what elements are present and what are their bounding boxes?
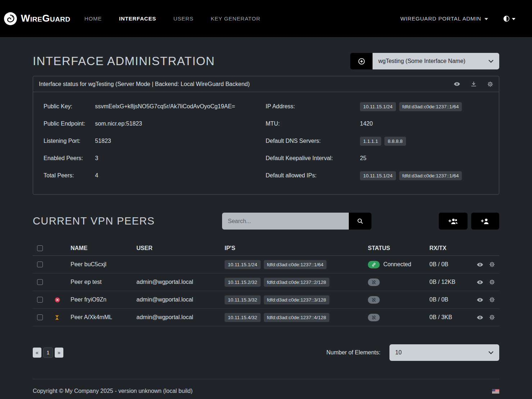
header-rxtx: RX/TX xyxy=(429,245,470,251)
download-config-icon[interactable] xyxy=(471,81,477,87)
status-column-right: IP Address:10.11.15.1/24fdfd:d3ad:c0de:1… xyxy=(266,98,493,184)
peer-status: Connected xyxy=(368,261,429,268)
field-label: Public Endpoint: xyxy=(38,121,95,127)
nav-item-interfaces[interactable]: INTERFACES xyxy=(119,15,156,22)
peer-user: admin@wgportal.local xyxy=(136,279,225,285)
status-field: Public Endpoint:som.nicr.ep:51823 xyxy=(38,115,266,132)
field-value: 10.11.15.1/24fdfd:d3ad:c0de:1237::1/64 xyxy=(360,171,465,180)
field-label: Default Keepalive Interval: xyxy=(266,155,360,162)
view-config-eye-icon[interactable] xyxy=(454,82,460,86)
link-slash-icon xyxy=(368,314,380,321)
ip-badge: 8.8.8.8 xyxy=(384,137,406,146)
users-plus-icon xyxy=(448,218,458,225)
table-header-row: NAME USER IP'S STATUS RX/TX xyxy=(33,241,499,256)
field-value: 1.1.1.18.8.8.8 xyxy=(360,137,409,146)
theme-circle-half-icon xyxy=(503,15,510,22)
status-column-left: Public Key:ssvmEelxG+k8jsNO5G7cq5r/Ak7li… xyxy=(38,98,266,184)
link-slash-icon xyxy=(368,296,380,304)
theme-toggle-dropdown[interactable] xyxy=(503,15,515,22)
row-checkbox[interactable] xyxy=(37,279,43,285)
row-checkbox[interactable] xyxy=(37,314,43,320)
select-all-checkbox[interactable] xyxy=(37,245,43,251)
table-row: Peer ep testadmin@wgportal.local10.11.15… xyxy=(33,273,499,291)
peer-name[interactable]: Peer ep test xyxy=(71,279,136,285)
peer-rxtx: 0B / 3KB xyxy=(429,314,470,321)
pagination-page-1[interactable]: 1 xyxy=(43,348,53,358)
user-plus-icon xyxy=(481,218,490,225)
ip-badge: 10.11.15.3/32 xyxy=(225,295,261,304)
ip-badge: fdfd:d3ad:c0de:1237::1/64 xyxy=(399,171,462,180)
table-row: Peer buC5cxjl10.11.15.1/24fdfd:d3ad:c0de… xyxy=(33,256,499,273)
add-interface-button[interactable] xyxy=(350,53,373,69)
status-field: Default DNS Servers:1.1.1.18.8.8.8 xyxy=(266,132,493,150)
nav-item-users[interactable]: USERS xyxy=(173,15,194,22)
peers-table: NAME USER IP'S STATUS RX/TX Peer buC5cxj… xyxy=(33,241,499,326)
peer-user: admin@wgportal.local xyxy=(136,296,225,303)
interface-select[interactable]: wgTesting (Some Interface Name) xyxy=(373,53,499,69)
x-circle-icon xyxy=(55,297,60,303)
field-label: IP Address: xyxy=(266,103,360,110)
pagination-next[interactable]: » xyxy=(55,348,63,358)
peer-ips: 10.11.15.3/32fdfd:d3ad:c0de:1237::3/128 xyxy=(225,295,368,304)
nav-item-home[interactable]: HOME xyxy=(85,15,102,22)
status-label: Connected xyxy=(383,261,411,268)
search-input[interactable] xyxy=(222,213,349,230)
ip-badge: fdfd:d3ad:c0de:1237::4/128 xyxy=(264,313,329,322)
status-field: Listening Port:51823 xyxy=(38,132,266,150)
peer-name[interactable]: Peer fryiO9Zn xyxy=(71,296,136,303)
status-field: Enabled Peers:3 xyxy=(38,150,266,167)
plus-circle-icon xyxy=(358,58,365,65)
peer-settings-gear-icon[interactable] xyxy=(489,314,495,320)
row-checkbox[interactable] xyxy=(37,262,43,267)
interface-select-value: wgTesting (Some Interface Name) xyxy=(378,58,465,64)
peer-name[interactable]: Peer buC5cxjl xyxy=(71,261,136,268)
header-name: NAME xyxy=(71,245,136,251)
pagination-prev[interactable]: « xyxy=(33,348,41,358)
search-group xyxy=(222,213,371,230)
language-us-flag-icon[interactable] xyxy=(492,389,499,394)
peer-settings-gear-icon[interactable] xyxy=(489,262,495,267)
field-value: 1420 xyxy=(360,121,373,127)
nav-item-key-generator[interactable]: KEY GENERATOR xyxy=(211,15,260,22)
interface-selector-group: wgTesting (Some Interface Name) xyxy=(350,53,499,69)
field-label: Default allowed IPs: xyxy=(266,172,360,179)
ip-badge: 10.11.15.4/32 xyxy=(225,313,261,322)
table-row: Peer A/Xk4mMLadmin@wgportal.local10.11.1… xyxy=(33,309,499,326)
header-ips: IP'S xyxy=(225,245,368,251)
field-value: 25 xyxy=(360,155,366,162)
peer-rxtx: 0B / 0B xyxy=(429,261,470,268)
field-label: Listening Port: xyxy=(38,138,95,144)
status-field: Total Peers:4 xyxy=(38,167,266,184)
status-field: Default Keepalive Interval:25 xyxy=(266,150,493,167)
ip-badge: 10.11.15.2/32 xyxy=(225,278,261,287)
peer-user: admin@wgportal.local xyxy=(136,314,225,321)
elements-select-value: 10 xyxy=(395,349,402,356)
brand-logo[interactable]: WireGuard xyxy=(4,12,71,26)
pagination: « 1 » xyxy=(33,348,63,358)
edit-interface-gear-icon[interactable] xyxy=(487,81,493,87)
copyright-text: Copyright © My Company 2025 - version un… xyxy=(33,388,193,394)
peer-settings-gear-icon[interactable] xyxy=(489,279,495,285)
peer-settings-gear-icon[interactable] xyxy=(489,297,495,303)
peer-details-eye-icon[interactable] xyxy=(477,263,483,267)
peer-name[interactable]: Peer A/Xk4mML xyxy=(71,314,136,321)
peer-details-eye-icon[interactable] xyxy=(477,280,483,284)
add-multiple-peers-button[interactable] xyxy=(439,213,468,230)
row-checkbox[interactable] xyxy=(37,297,43,303)
peer-details-eye-icon[interactable] xyxy=(477,298,483,302)
ip-badge: fdfd:d3ad:c0de:1237::2/128 xyxy=(264,278,329,287)
peer-rxtx: 0B / 0B xyxy=(429,296,470,303)
elements-select[interactable]: 10 xyxy=(389,344,499,361)
search-button[interactable] xyxy=(349,213,371,230)
add-peer-button[interactable] xyxy=(471,213,499,230)
chevron-down-icon xyxy=(488,60,493,63)
field-value: som.nicr.ep:51823 xyxy=(95,121,142,127)
user-menu-label: WIREGUARD PORTAL ADMIN xyxy=(400,15,481,22)
ip-badge: 10.11.15.1/24 xyxy=(360,171,396,180)
peer-details-eye-icon[interactable] xyxy=(477,316,483,319)
user-menu-dropdown[interactable]: WIREGUARD PORTAL ADMIN xyxy=(400,15,488,22)
peers-title: CURRENT VPN PEERS xyxy=(33,215,155,227)
peer-ips: 10.11.15.1/24fdfd:d3ad:c0de:1237::1/64 xyxy=(225,260,368,269)
field-value: 3 xyxy=(95,155,98,162)
peer-rxtx: 0B / 12KB xyxy=(429,279,470,285)
